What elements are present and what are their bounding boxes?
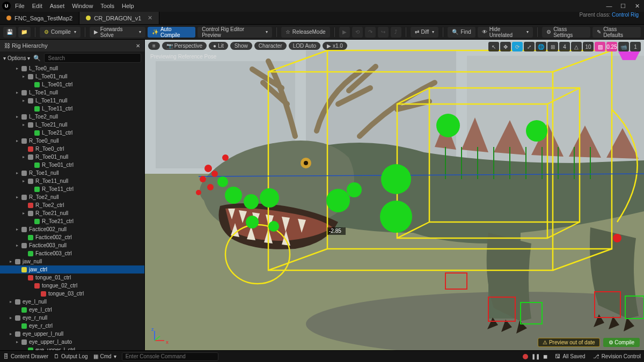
perspective-dropdown[interactable]: 📷 Perspective — [162, 42, 207, 50]
tree-item[interactable]: L_Toe01_ctrl — [0, 80, 144, 88]
tree-item[interactable]: R_Toe21_ctrl — [0, 217, 144, 225]
maximize-button[interactable]: ☐ — [618, 3, 628, 10]
scale-snap-toggle[interactable]: ▨ — [595, 42, 605, 51]
tree-item[interactable]: R_Toe01_ctrl — [0, 161, 144, 169]
tree-item[interactable]: ▸R_Toe01_null — [0, 153, 144, 161]
tree-item[interactable]: R_Toe0_ctrl — [0, 145, 144, 153]
tree-item[interactable]: ▸L_Toe0_null — [0, 64, 144, 72]
expand-icon[interactable]: ▸ — [16, 243, 21, 248]
tree-item[interactable]: Factice003_ctrl — [0, 249, 144, 257]
output-log-button[interactable]: 🗒 Output Log — [54, 353, 87, 359]
tree-item[interactable]: ▸R_Toe1_null — [0, 169, 144, 177]
expand-icon[interactable]: ▸ — [16, 339, 21, 344]
content-drawer-button[interactable]: 🗄 Content Drawer — [3, 353, 48, 359]
find-button[interactable]: 🔍 Find — [448, 27, 475, 38]
stop-button[interactable]: ◼ — [543, 353, 547, 359]
class-defaults-button[interactable]: ✎ Class Defaults — [592, 27, 641, 38]
tree-item[interactable]: eye_upper_l_ctrl — [0, 346, 144, 350]
step-over-button[interactable]: ↪ — [378, 27, 389, 38]
grid-snap-value[interactable]: 4 — [559, 42, 570, 51]
console-input[interactable] — [122, 352, 218, 361]
hide-unrelated-button[interactable]: 👁 Hide Unrelated▾ — [478, 27, 533, 38]
expand-icon[interactable]: ▸ — [16, 114, 21, 119]
record-button[interactable] — [523, 354, 528, 359]
auto-compile-button[interactable]: ✨ Auto Compile — [148, 27, 195, 38]
step-back-button[interactable]: ⟲ — [352, 27, 363, 38]
viewport[interactable]: -2.85 ≡ 📷 Perspective ● Lit Show Charact… — [145, 40, 644, 350]
menu-file[interactable]: File — [15, 3, 25, 9]
search-input[interactable] — [44, 53, 141, 63]
tree-item[interactable]: tongue_03_ctrl — [0, 290, 144, 298]
scale-snap-value[interactable]: 0.25 — [606, 42, 617, 51]
tree-item[interactable]: L_Toe21_ctrl — [0, 129, 144, 137]
tree-item[interactable]: tongue_01_ctrl — [0, 274, 144, 282]
expand-icon[interactable]: ▸ — [10, 259, 15, 264]
menu-tools[interactable]: Tools — [100, 3, 114, 9]
preview-dropdown[interactable]: Control Rig Editor Preview▾ — [197, 27, 272, 38]
expand-icon[interactable]: ▸ — [10, 315, 15, 320]
revision-control-button[interactable]: ⎇ Revision Control — [593, 353, 641, 359]
grid-snap-toggle[interactable]: ⊞ — [547, 42, 558, 51]
expand-icon[interactable]: ▸ — [16, 227, 21, 232]
tree-item[interactable]: eye_l_ctrl — [0, 306, 144, 314]
diff-button[interactable]: ⇄ Diff▾ — [411, 27, 439, 38]
expand-icon[interactable]: ▸ — [23, 98, 28, 103]
cmd-dropdown[interactable]: ▦ Cmd ▾ — [93, 353, 116, 359]
lod-dropdown[interactable]: LOD Auto — [289, 42, 320, 50]
tree-item[interactable]: ▸eye_upper_l_auto — [0, 338, 144, 346]
tree-item[interactable]: tongue_02_ctrl — [0, 282, 144, 290]
move-tool[interactable]: ✥ — [500, 42, 511, 51]
save-button[interactable]: 💾 — [3, 27, 16, 38]
all-saved-button[interactable]: 🖫 All Saved — [555, 353, 585, 359]
tab-testmap[interactable]: FNC_Saga_TestMap2 — [0, 12, 79, 24]
expand-icon[interactable]: ▸ — [16, 138, 21, 143]
coord-space-toggle[interactable]: 🌐 — [536, 42, 546, 51]
expand-icon[interactable]: ▸ — [10, 331, 15, 336]
tree-item[interactable]: ▸R_Toe21_null — [0, 209, 144, 217]
class-settings-button[interactable]: ⚙ Class Settings — [542, 27, 590, 38]
menu-edit[interactable]: Edit — [32, 3, 42, 9]
close-icon[interactable]: ✕ — [136, 43, 140, 49]
expand-icon[interactable]: ▸ — [23, 122, 28, 127]
tree-item[interactable]: ▸eye_l_null — [0, 298, 144, 306]
pause-button[interactable]: ❚❚ — [531, 353, 540, 359]
angle-snap-value[interactable]: 10 — [583, 42, 594, 51]
viewport-menu-button[interactable]: ≡ — [148, 42, 160, 50]
tree-item[interactable]: eye_r_ctrl — [0, 322, 144, 330]
tree-item[interactable]: ▸Factice002_null — [0, 225, 144, 233]
tree-item[interactable]: ▸Factice003_null — [0, 241, 144, 249]
browse-button[interactable]: 📁 — [18, 27, 31, 38]
compile-button[interactable]: ⚙Compile▾ — [40, 27, 80, 38]
tree-item[interactable]: R_Toe2_ctrl — [0, 201, 144, 209]
menu-asset[interactable]: Asset — [50, 3, 65, 9]
tree-item[interactable]: ▸eye_r_null — [0, 314, 144, 322]
parent-class-link[interactable]: Control Rig — [612, 12, 639, 18]
expand-icon[interactable]: ▸ — [16, 66, 21, 71]
camera-speed-value[interactable]: 1 — [630, 42, 641, 51]
tree-item[interactable]: R_Toe11_ctrl — [0, 185, 144, 193]
tree-item[interactable]: ▸jaw_null — [0, 257, 144, 265]
camera-speed-icon[interactable]: 📹 — [618, 42, 629, 51]
close-icon[interactable]: ✕ — [148, 14, 152, 21]
tree-item[interactable]: jaw_ctrl — [0, 265, 144, 274]
step-out-button[interactable]: ⤴ — [391, 27, 401, 38]
close-button[interactable]: ✕ — [632, 3, 642, 10]
tree-item[interactable]: Factice002_ctrl — [0, 233, 144, 241]
menu-help[interactable]: Help — [122, 3, 134, 9]
options-dropdown[interactable]: ▾ Options ▾ — [3, 55, 30, 61]
release-mode-button[interactable]: ☆ ReleaseMode — [281, 27, 330, 38]
tree-item[interactable]: ▸R_Toe0_null — [0, 137, 144, 145]
angle-snap-toggle[interactable]: △ — [571, 42, 582, 51]
expand-icon[interactable]: ▸ — [23, 74, 28, 79]
speed-button[interactable]: ▶ x1.0 — [323, 42, 347, 50]
expand-icon[interactable]: ▸ — [23, 179, 28, 183]
show-dropdown[interactable]: Show — [230, 42, 252, 50]
step-button[interactable]: ↷ — [365, 27, 376, 38]
forwards-solve-button[interactable]: ▶ Forwards Solve▾ — [90, 27, 145, 38]
expand-icon[interactable]: ▸ — [16, 195, 21, 200]
menu-window[interactable]: Window — [72, 3, 93, 9]
tree-item[interactable]: ▸eye_upper_l_null — [0, 330, 144, 338]
tree-item[interactable]: ▸L_Toe2_null — [0, 113, 144, 121]
tree-item[interactable]: L_Toe11_ctrl — [0, 105, 144, 113]
expand-icon[interactable]: ▸ — [16, 90, 21, 95]
